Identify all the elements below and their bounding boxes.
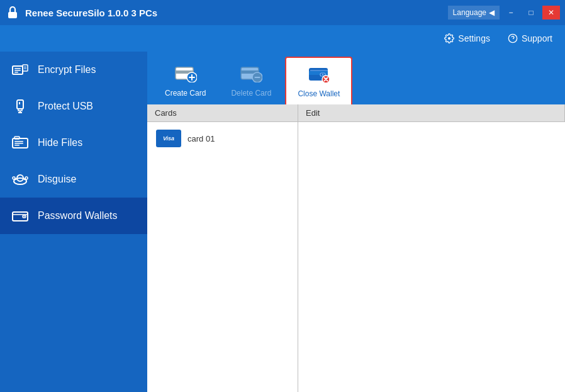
svg-point-35 [322, 74, 323, 75]
svg-rect-16 [14, 145, 20, 146]
table-area: Cards Edit Visa card 01 [147, 104, 565, 392]
card-name: card 01 [187, 134, 215, 143]
svg-rect-5 [14, 72, 18, 73]
sidebar-item-protect-usb[interactable]: Protect USB [0, 88, 147, 125]
app-title: Renee SecureSilo 1.0.0 3 PCs [25, 8, 157, 18]
svg-point-20 [13, 177, 15, 179]
encrypt-files-icon [11, 61, 29, 79]
close-wallet-icon [308, 63, 330, 86]
app-header: Settings Support [0, 25, 565, 52]
maximize-button[interactable]: □ [522, 6, 540, 20]
language-button[interactable]: Language ◀ [448, 6, 500, 20]
svg-rect-10 [19, 102, 20, 104]
svg-rect-6 [23, 65, 28, 71]
delete-card-button[interactable]: Delete Card [220, 57, 282, 104]
sidebar-item-hide-files[interactable]: Hide Files [0, 125, 147, 161]
support-button[interactable]: Support [501, 31, 559, 46]
card-thumbnail: Visa [156, 130, 181, 147]
svg-rect-3 [14, 68, 21, 69]
disguise-icon [11, 171, 29, 188]
minimize-button[interactable]: − [502, 6, 520, 20]
table-row[interactable]: Visa card 01 [151, 126, 294, 151]
hide-files-label: Hide Files [38, 137, 82, 148]
lang-arrow-left: ◀ [489, 8, 495, 17]
sidebar-item-disguise[interactable]: Disguise [0, 161, 147, 198]
sidebar-item-password-wallets[interactable]: Password Wallets [0, 198, 147, 234]
cards-list: Visa card 01 [147, 122, 298, 392]
sidebar: Encrypt Files Protect USB [0, 52, 147, 392]
content-area: Create Card Delete Card [147, 52, 565, 392]
title-bar: Renee SecureSilo 1.0.0 3 PCs Language ◀ … [0, 0, 565, 25]
svg-rect-0 [8, 12, 17, 18]
delete-card-label: Delete Card [231, 89, 271, 98]
table-body: Visa card 01 [147, 122, 565, 392]
cards-column-header: Cards [147, 104, 298, 121]
sidebar-item-encrypt-files[interactable]: Encrypt Files [0, 52, 147, 88]
close-wallet-label: Close Wallet [298, 89, 340, 98]
table-header: Cards Edit [147, 104, 565, 122]
svg-rect-8 [24, 69, 26, 69]
disguise-label: Disguise [38, 174, 76, 185]
create-card-icon [174, 62, 197, 85]
encrypt-files-label: Encrypt Files [38, 64, 96, 76]
title-bar-right: Language ◀ − □ ✕ [448, 6, 560, 20]
svg-rect-7 [24, 67, 26, 67]
svg-rect-4 [14, 70, 21, 71]
toolbar: Create Card Delete Card [147, 52, 565, 104]
settings-button[interactable]: Settings [438, 31, 496, 46]
close-button[interactable]: ✕ [542, 6, 560, 20]
settings-icon [444, 33, 454, 43]
settings-label: Settings [458, 33, 490, 43]
delete-card-icon [240, 62, 262, 85]
lock-icon [5, 5, 20, 20]
create-card-button[interactable]: Create Card [154, 57, 217, 104]
edit-panel [298, 122, 565, 392]
create-card-label: Create Card [165, 89, 206, 98]
card-brand: Visa [163, 135, 174, 142]
main-layout: Encrypt Files Protect USB [0, 52, 565, 392]
edit-column-header: Edit [298, 104, 565, 121]
svg-point-22 [25, 177, 28, 179]
close-wallet-button[interactable]: Close Wallet [285, 57, 352, 104]
protect-usb-icon [11, 98, 29, 115]
password-wallets-icon [11, 207, 29, 225]
svg-rect-9 [17, 100, 23, 109]
svg-point-25 [24, 216, 25, 217]
title-bar-left: Renee SecureSilo 1.0.0 3 PCs [5, 5, 157, 20]
svg-rect-11 [18, 109, 22, 111]
protect-usb-label: Protect USB [38, 101, 93, 112]
svg-rect-15 [14, 143, 23, 144]
support-label: Support [522, 33, 552, 43]
support-icon [508, 33, 518, 43]
hide-files-icon [11, 134, 29, 152]
svg-rect-14 [14, 141, 23, 142]
password-wallets-label: Password Wallets [38, 210, 118, 221]
